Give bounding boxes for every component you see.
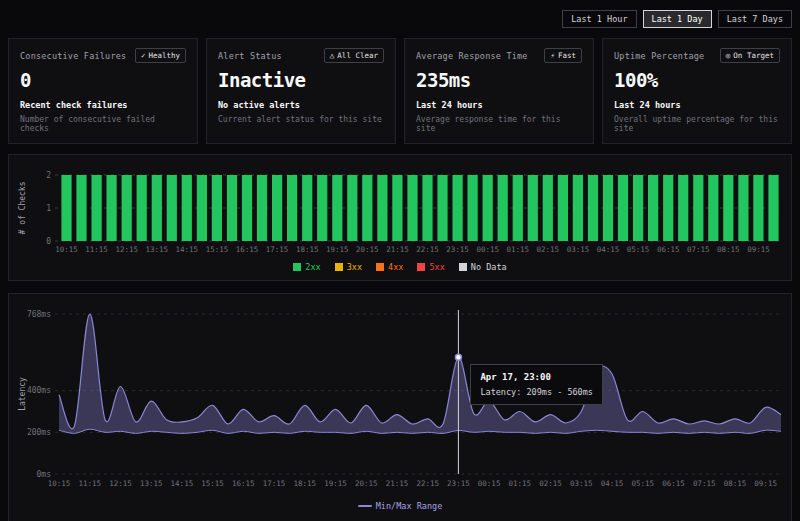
svg-text:768ms: 768ms bbox=[27, 310, 51, 319]
svg-text:09:15: 09:15 bbox=[754, 479, 777, 488]
svg-text:00:15: 00:15 bbox=[478, 479, 501, 488]
card-subtitle: Recent check failures bbox=[20, 100, 186, 110]
card-header: Consecutive Failures ✓ Healthy bbox=[20, 48, 186, 63]
svg-text:22:15: 22:15 bbox=[416, 479, 439, 488]
svg-text:20:15: 20:15 bbox=[356, 245, 379, 254]
svg-text:06:15: 06:15 bbox=[657, 245, 680, 254]
card-description: Number of consecutive failed checks bbox=[20, 115, 186, 133]
svg-text:18:15: 18:15 bbox=[293, 479, 316, 488]
svg-text:09:15: 09:15 bbox=[747, 245, 770, 254]
svg-text:400ms: 400ms bbox=[27, 386, 51, 395]
card-header: Alert Status △ All Clear bbox=[218, 48, 384, 63]
range-button-last-1-hour[interactable]: Last 1 Hour bbox=[562, 10, 636, 28]
card-alert-status: Alert Status △ All Clear Inactive No act… bbox=[206, 38, 396, 144]
card-uptime-percentage: Uptime Percentage ◎ On Target 100% Last … bbox=[602, 38, 792, 144]
time-range-toolbar: Last 1 Hour Last 1 Day Last 7 Days bbox=[0, 0, 800, 38]
svg-text:03:15: 03:15 bbox=[567, 245, 590, 254]
legend-swatch-icon bbox=[335, 263, 343, 271]
svg-text:16:15: 16:15 bbox=[232, 479, 255, 488]
badge-label: On Target bbox=[733, 51, 774, 60]
zap-icon: ⚡ bbox=[550, 52, 555, 60]
fast-badge: ⚡ Fast bbox=[544, 48, 582, 63]
status-checks-bar-chart[interactable]: 012# of Checks10:1511:1512:1513:1514:151… bbox=[15, 163, 785, 255]
card-subtitle: Last 24 hours bbox=[416, 100, 582, 110]
minmax-band bbox=[59, 314, 781, 433]
legend-no-data: No Data bbox=[459, 262, 507, 272]
svg-text:21:15: 21:15 bbox=[386, 245, 409, 254]
svg-text:00:15: 00:15 bbox=[476, 245, 499, 254]
legend-5xx: 5xx bbox=[417, 262, 444, 272]
svg-text:23:15: 23:15 bbox=[446, 245, 469, 254]
badge-label: Healthy bbox=[148, 51, 180, 60]
svg-text:21:15: 21:15 bbox=[386, 479, 409, 488]
card-value: 0 bbox=[20, 69, 186, 91]
range-button-last-1-day[interactable]: Last 1 Day bbox=[643, 10, 712, 28]
card-value: 235ms bbox=[416, 69, 582, 91]
card-header: Average Response Time ⚡ Fast bbox=[416, 48, 582, 63]
svg-text:16:15: 16:15 bbox=[236, 245, 259, 254]
svg-text:17:15: 17:15 bbox=[263, 479, 286, 488]
status-legend: 2xx3xx4xx5xxNo Data bbox=[15, 259, 785, 276]
latency-panel: 0ms200ms400ms768msLatency10:1511:1512:15… bbox=[8, 293, 792, 521]
legend-label: 4xx bbox=[388, 262, 403, 272]
legend-3xx: 3xx bbox=[335, 262, 362, 272]
svg-text:14:15: 14:15 bbox=[171, 479, 194, 488]
latency-x-axis-labels: 10:1511:1512:1513:1514:1515:1516:1517:15… bbox=[48, 479, 777, 488]
svg-text:10:15: 10:15 bbox=[55, 245, 78, 254]
card-average-response-time: Average Response Time ⚡ Fast 235ms Last … bbox=[404, 38, 594, 144]
legend-minmax-range: Min/Max Range bbox=[358, 501, 443, 511]
svg-text:0: 0 bbox=[46, 237, 51, 246]
healthy-badge: ✓ Healthy bbox=[135, 48, 186, 63]
card-value: Inactive bbox=[218, 69, 384, 91]
legend-label: 3xx bbox=[347, 262, 362, 272]
svg-text:10:15: 10:15 bbox=[48, 479, 71, 488]
svg-text:200ms: 200ms bbox=[27, 428, 51, 437]
svg-text:02:15: 02:15 bbox=[539, 479, 562, 488]
svg-text:23:15: 23:15 bbox=[447, 479, 470, 488]
legend-2xx: 2xx bbox=[293, 262, 320, 272]
legend-swatch-icon bbox=[293, 263, 301, 271]
latency-area-chart[interactable]: 0ms200ms400ms768msLatency10:1511:1512:15… bbox=[15, 302, 785, 494]
latency-y-axis-label: Latency bbox=[18, 377, 27, 411]
all-clear-badge: △ All Clear bbox=[324, 48, 384, 63]
legend-label: No Data bbox=[471, 262, 507, 272]
svg-text:05:15: 05:15 bbox=[627, 245, 650, 254]
latency-gridlines: 0ms200ms400ms768ms bbox=[27, 310, 781, 479]
svg-text:07:15: 07:15 bbox=[693, 479, 716, 488]
svg-text:2: 2 bbox=[46, 171, 51, 180]
card-header: Uptime Percentage ◎ On Target bbox=[614, 48, 780, 63]
svg-text:04:15: 04:15 bbox=[601, 479, 624, 488]
svg-text:03:15: 03:15 bbox=[570, 479, 593, 488]
target-icon: ◎ bbox=[726, 52, 731, 60]
svg-text:11:15: 11:15 bbox=[78, 479, 101, 488]
range-button-last-7-days[interactable]: Last 7 Days bbox=[718, 10, 792, 28]
svg-text:22:15: 22:15 bbox=[416, 245, 439, 254]
legend-swatch-icon bbox=[459, 263, 467, 271]
card-label: Consecutive Failures bbox=[20, 51, 126, 61]
svg-text:0ms: 0ms bbox=[37, 470, 52, 479]
check-icon: ✓ bbox=[141, 52, 146, 60]
card-description: Overall uptime percentage for this site bbox=[614, 115, 780, 133]
card-label: Average Response Time bbox=[416, 51, 528, 61]
on-target-badge: ◎ On Target bbox=[720, 48, 780, 63]
legend-label: 2xx bbox=[305, 262, 320, 272]
card-label: Uptime Percentage bbox=[614, 51, 704, 61]
legend-swatch-icon bbox=[417, 263, 425, 271]
status-checks-chart-area: 012# of Checks10:1511:1512:1513:1514:151… bbox=[15, 163, 785, 259]
legend-line-icon bbox=[358, 505, 372, 507]
svg-text:08:15: 08:15 bbox=[724, 479, 747, 488]
svg-text:08:15: 08:15 bbox=[717, 245, 740, 254]
bar-y-axis-label: # of Checks bbox=[18, 182, 27, 235]
legend-swatch-icon bbox=[376, 263, 384, 271]
svg-text:1: 1 bbox=[46, 204, 51, 213]
svg-text:04:15: 04:15 bbox=[597, 245, 620, 254]
card-subtitle: Last 24 hours bbox=[614, 100, 780, 110]
svg-text:12:15: 12:15 bbox=[109, 479, 132, 488]
card-consecutive-failures: Consecutive Failures ✓ Healthy 0 Recent … bbox=[8, 38, 198, 144]
svg-text:14:15: 14:15 bbox=[176, 245, 199, 254]
svg-text:13:15: 13:15 bbox=[140, 479, 163, 488]
svg-text:06:15: 06:15 bbox=[662, 479, 685, 488]
legend-label: 5xx bbox=[429, 262, 444, 272]
alert-triangle-icon: △ bbox=[330, 52, 335, 60]
svg-text:02:15: 02:15 bbox=[537, 245, 560, 254]
